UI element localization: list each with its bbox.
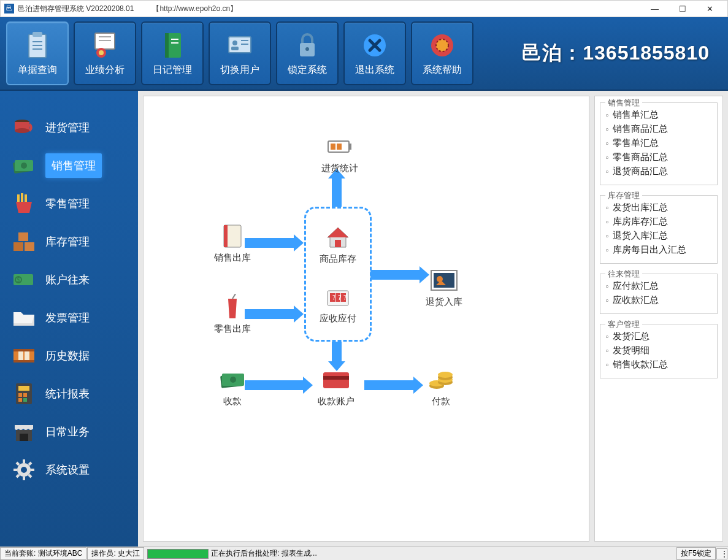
panel-title: 库存管理 xyxy=(605,190,642,201)
flow-node-retail-out[interactable]: 零售出库 xyxy=(214,294,251,335)
sidebar-item-history[interactable]: 历史数据 xyxy=(0,337,138,374)
workflow-canvas: 商品库存 777 应收应付 进货统计 销售出库 零售出库 退货入库 收款 xyxy=(143,96,589,542)
clipboard-icon xyxy=(23,31,52,60)
toolbar-label: 系统帮助 xyxy=(423,64,462,77)
panel-link[interactable]: 应付款汇总 xyxy=(605,279,712,293)
fries-icon xyxy=(11,191,37,217)
cash-stack-icon xyxy=(217,366,248,393)
toolbar-btn-switch-user[interactable]: 切换用户 xyxy=(209,21,271,85)
panel-title: 往来管理 xyxy=(605,269,642,280)
cash-icon: $ xyxy=(11,267,37,293)
svg-point-89 xyxy=(438,372,453,378)
flow-node-return-in[interactable]: 退货入库 xyxy=(426,267,462,308)
flow-node-collect-acct[interactable]: 收款账户 xyxy=(318,366,354,407)
panel-link[interactable]: 销售单汇总 xyxy=(605,108,712,122)
panel-link[interactable]: 库房每日出入汇总 xyxy=(605,243,712,257)
toolbar-label: 单据查询 xyxy=(18,64,57,77)
panel-group-sales: 销售管理 销售单汇总 销售商品汇总 零售单汇总 零售商品汇总 退货商品汇总 xyxy=(600,102,718,185)
toolbar-label: 切换用户 xyxy=(220,64,259,77)
minimize-button[interactable]: — xyxy=(641,1,669,17)
maximize-button[interactable]: ☐ xyxy=(669,1,696,17)
certificate-icon xyxy=(90,31,120,60)
flow-node-collect[interactable]: 收款 xyxy=(217,366,248,407)
svg-rect-34 xyxy=(13,242,23,251)
panel-link[interactable]: 销售收款汇总 xyxy=(605,358,712,372)
status-bar: 当前套账: 测试环境ABC 操作员: 史大江 正在执行后台批处理: 报表生成..… xyxy=(0,547,728,560)
svg-rect-61 xyxy=(335,240,341,247)
calculator-icon xyxy=(11,381,37,407)
svg-rect-82 xyxy=(323,372,349,388)
flow-node-sale-out[interactable]: 销售出库 xyxy=(214,223,251,264)
arrow xyxy=(245,309,294,319)
svg-rect-40 xyxy=(13,349,34,351)
svg-text:7: 7 xyxy=(338,294,342,301)
panel-group-stock: 库存管理 发货出库汇总 库房库存汇总 退货入库汇总 库房每日出入汇总 xyxy=(600,195,718,264)
svg-rect-74 xyxy=(224,225,228,247)
sidebar-item-stock[interactable]: 库存管理 xyxy=(0,223,138,260)
panel-link[interactable]: 应收款汇总 xyxy=(605,293,712,307)
svg-rect-49 xyxy=(23,398,27,402)
svg-rect-1 xyxy=(33,32,42,37)
toolbar-label: 业绩分析 xyxy=(85,64,125,77)
sidebar-item-purchase[interactable]: 进货管理 xyxy=(0,109,138,146)
sidebar-item-invoice[interactable]: 发票管理 xyxy=(0,299,138,336)
sidebar-item-daily[interactable]: 日常业务 xyxy=(0,413,138,450)
svg-rect-72 xyxy=(337,144,342,150)
sidebar-label: 发票管理 xyxy=(45,310,90,325)
flow-node-pay[interactable]: 付款 xyxy=(426,366,456,407)
sidebar-item-retail[interactable]: 零售管理 xyxy=(0,185,138,222)
sidebar-label: 历史数据 xyxy=(45,348,90,363)
panel-link[interactable]: 发货明细 xyxy=(605,343,712,358)
toolbar-btn-analysis[interactable]: 业绩分析 xyxy=(74,21,136,85)
arrow-head-icon xyxy=(294,305,304,323)
folder-icon xyxy=(11,305,37,331)
arrow xyxy=(332,342,342,363)
sidebar-item-settings[interactable]: 系统设置 xyxy=(0,451,138,488)
brand-text: 邑泊：13651855810 xyxy=(522,40,722,67)
svg-rect-51 xyxy=(20,434,28,441)
svg-rect-33 xyxy=(18,232,28,241)
flow-label: 进货统计 xyxy=(321,163,358,174)
panel-link[interactable]: 零售商品汇总 xyxy=(605,150,712,164)
toolbar-btn-lock[interactable]: 锁定系统 xyxy=(276,21,339,85)
panel-link[interactable]: 发货出库汇总 xyxy=(605,201,712,215)
close-circle-icon xyxy=(360,31,389,60)
notebook-icon xyxy=(217,223,248,250)
sidebar-item-account[interactable]: $ 账户往来 xyxy=(0,261,138,298)
toolbar-btn-query[interactable]: 单据查询 xyxy=(6,21,69,85)
sidebar-item-sales[interactable]: 销售管理 xyxy=(0,147,138,184)
flow-node-receivable[interactable]: 777 应收应付 xyxy=(320,283,356,324)
panel-link[interactable]: 退货商品汇总 xyxy=(605,164,712,178)
panel-link[interactable]: 退货入库汇总 xyxy=(605,229,712,243)
sidebar-label: 统计报表 xyxy=(45,386,90,401)
close-button[interactable]: ✕ xyxy=(696,1,724,17)
picture-icon xyxy=(429,267,459,294)
sidebar-item-report[interactable]: 统计报表 xyxy=(0,375,138,412)
center-group: 商品库存 777 应收应付 xyxy=(304,207,372,342)
flow-node-stat[interactable]: 进货统计 xyxy=(321,133,358,174)
right-panel: 销售管理 销售单汇总 销售商品汇总 零售单汇总 零售商品汇总 退货商品汇总 库存… xyxy=(594,96,723,542)
flow-label: 付款 xyxy=(432,396,450,407)
toolbar-btn-exit[interactable]: 退出系统 xyxy=(343,21,406,85)
toolbar-btn-help[interactable]: 系统帮助 xyxy=(411,21,473,85)
money-icon xyxy=(11,153,37,178)
panel-link[interactable]: 零售单汇总 xyxy=(605,136,712,150)
svg-text:$: $ xyxy=(17,277,20,283)
flow-node-goods-stock[interactable]: 商品库存 xyxy=(320,224,356,265)
toolbar-btn-diary[interactable]: 日记管理 xyxy=(141,21,204,85)
svg-rect-41 xyxy=(13,360,34,362)
panel-link[interactable]: 库房库存汇总 xyxy=(605,215,712,229)
svg-rect-42 xyxy=(18,351,23,360)
svg-point-15 xyxy=(232,40,237,45)
main-area: 进货管理 销售管理 零售管理 库存管理 $ 账户往来 发票管理 历史数据 统计报 xyxy=(0,91,728,547)
lock-button[interactable]: 按F5锁定 xyxy=(676,547,716,560)
svg-point-26 xyxy=(15,128,29,133)
panel-title: 客户管理 xyxy=(605,319,642,330)
arrow xyxy=(364,380,413,390)
panel-link[interactable]: 发货汇总 xyxy=(605,329,712,343)
lock-icon xyxy=(293,31,322,60)
panel-group-receivable: 往来管理 应付款汇总 应收款汇总 xyxy=(600,274,718,314)
panel-link[interactable]: 销售商品汇总 xyxy=(605,122,712,136)
sidebar-label: 账户往来 xyxy=(45,272,90,287)
status-operator: 操作员: 史大江 xyxy=(87,547,144,560)
